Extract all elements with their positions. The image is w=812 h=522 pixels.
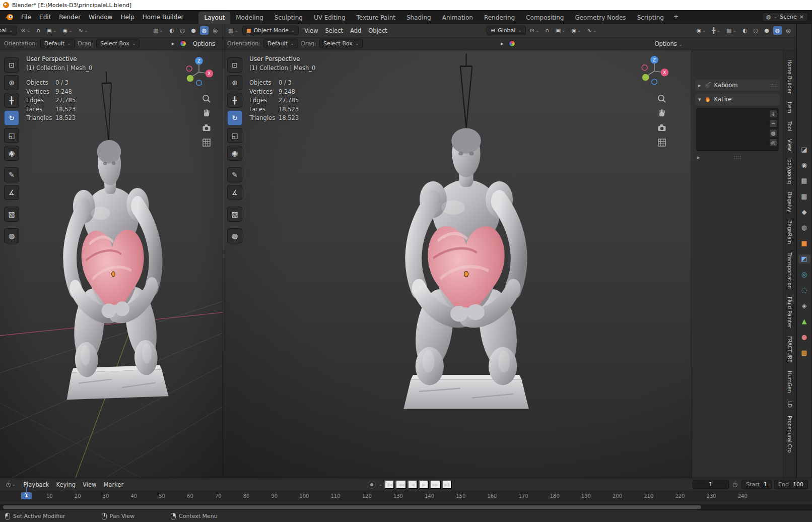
timeline-ruler[interactable]: 1 10203040506070809010011012013014015016…	[0, 491, 812, 501]
menu-item[interactable]: Edit	[35, 12, 55, 23]
toolbar-tool-button[interactable]: ⊡	[227, 57, 242, 73]
transport-button[interactable]: ◀◀	[395, 480, 407, 489]
toolbar-tool-button[interactable]: ✎	[4, 167, 19, 182]
resize-grip-icon[interactable]: ∷∷	[734, 155, 741, 160]
add-workspace-button[interactable]: +	[669, 11, 683, 23]
sidebar-tab[interactable]: Procedural Cro	[786, 413, 793, 455]
toolbar-tool-button[interactable]: ╋	[4, 93, 19, 108]
transport-button[interactable]: ▮◀	[384, 480, 394, 489]
kafire-list-box[interactable]: + − ◍ ◎	[696, 108, 779, 151]
zoom-icon[interactable]	[657, 94, 667, 104]
shading-rendered-icon[interactable]: ◎	[784, 26, 793, 35]
material-preview-sphere-icon[interactable]	[509, 40, 515, 47]
menu-item[interactable]: File	[17, 12, 35, 23]
editor-type-dropdown[interactable]: ▥⌄	[226, 26, 240, 35]
current-frame-field[interactable]: 1	[693, 480, 729, 489]
falloff-dropdown[interactable]: ∿⌄	[585, 26, 599, 35]
workspace-tab[interactable]: Shading	[401, 12, 437, 24]
auto-keying-record-button[interactable]	[368, 481, 376, 489]
toolbar-tool-button[interactable]: ╋	[227, 93, 242, 108]
pivot-point-dropdown[interactable]: ⊙⌄	[528, 26, 542, 35]
xray-toggle-icon[interactable]: ◐	[740, 26, 750, 35]
toolbar-tool-button[interactable]: ⊕	[227, 75, 242, 90]
viewport-menu-item[interactable]: Add	[347, 26, 365, 36]
workspace-tab[interactable]: Rendering	[479, 12, 520, 24]
sidebar-tab[interactable]: Tool	[786, 118, 793, 134]
shading-solid-icon[interactable]: ●	[762, 26, 771, 35]
properties-tab-icon[interactable]: ◆	[798, 208, 810, 217]
sidebar-tab[interactable]: BagaRain	[786, 217, 793, 247]
options-menu[interactable]: Options	[189, 39, 219, 49]
chevron-down-icon[interactable]: ⌄	[379, 482, 383, 487]
workspace-tab[interactable]: Geometry Nodes	[569, 12, 631, 24]
toolbar-tool-button[interactable]: ◉	[4, 146, 19, 161]
orientation-dropdown[interactable]: Default⌄	[263, 39, 298, 48]
snap-target-dropdown[interactable]: ▣⌄	[44, 26, 58, 35]
add-button[interactable]: +	[769, 110, 777, 118]
timeline-scrollbar[interactable]	[0, 504, 812, 510]
snap-toggle-icon[interactable]: ∩	[34, 26, 42, 35]
drag-dropdown[interactable]: Select Box⌄	[96, 39, 140, 48]
falloff-dropdown[interactable]: ∿⌄	[77, 26, 90, 35]
toolbar-tool-button[interactable]: ◍	[227, 228, 242, 243]
panel-kaboom-header[interactable]: ▸ Kaboom ∷∷	[695, 80, 780, 91]
use-preview-range-clock-icon[interactable]: ◷	[731, 480, 740, 489]
statue-render[interactable]	[372, 50, 561, 423]
sidebar-tab[interactable]: Fluid Painter	[786, 294, 793, 331]
right-viewport-canvas[interactable]: ⊡⊕╋↻◱◉✎∡▧◍ User Perspective (1) Collecti…	[223, 50, 796, 478]
sidebar-tab[interactable]: View	[786, 136, 793, 154]
drag-dropdown[interactable]: Select Box⌄	[319, 39, 363, 48]
proportional-edit-dropdown[interactable]: ◉⌄	[60, 26, 74, 35]
properties-tab-icon[interactable]: ▤	[798, 176, 810, 185]
drag-grip-icon[interactable]: ∷∷	[769, 83, 777, 88]
shading-material-icon[interactable]: ◍	[773, 26, 782, 35]
timeline-menu-item[interactable]: Marker	[100, 480, 127, 490]
gizmos-dropdown[interactable]: ╋⌄	[710, 26, 722, 35]
move-view-hand-icon[interactable]	[201, 108, 212, 118]
options-menu[interactable]: Options ⌄	[651, 39, 686, 49]
scrollbar-thumb[interactable]	[3, 505, 701, 509]
ring-slot-icon[interactable]: ◎	[769, 139, 777, 147]
workspace-tab[interactable]: Animation	[437, 12, 479, 24]
workspace-tab[interactable]: Compositing	[520, 12, 569, 24]
sphere-slot-icon[interactable]: ◍	[769, 129, 777, 137]
left-viewport-canvas[interactable]: ⊡⊕╋↻◱◉✎∡▧◍ User Perspective (1) Collecti…	[0, 50, 223, 478]
shading-wireframe-icon[interactable]: ○	[178, 26, 187, 35]
overlays-dropdown[interactable]: ▥⌄	[724, 26, 738, 35]
snap-toggle-icon[interactable]: ∩	[544, 26, 552, 35]
workspace-tab[interactable]: UV Editing	[308, 12, 351, 24]
sidebar-tab[interactable]: Transportation	[786, 249, 793, 292]
orthographic-grid-icon[interactable]	[201, 138, 212, 148]
toolbar-tool-button[interactable]: ◉	[227, 146, 242, 161]
properties-tab-icon[interactable]: ▲	[798, 317, 810, 326]
viewport-menu-item[interactable]: View	[301, 26, 321, 36]
expand-icon[interactable]: ▸	[697, 154, 700, 161]
toolbar-tool-button[interactable]: ⊕	[4, 75, 19, 90]
navigation-gizmo[interactable]: Z X	[639, 54, 670, 86]
zoom-icon[interactable]	[201, 94, 212, 104]
viewport-menu-item[interactable]: Select	[322, 26, 347, 36]
material-preview-sphere-icon[interactable]	[180, 40, 186, 47]
timeline-menu-item[interactable]: View	[79, 480, 100, 490]
properties-tab-icon[interactable]: ◈	[798, 301, 810, 310]
sidebar-tab[interactable]: FRACTURE	[786, 333, 793, 366]
sidebar-tab[interactable]: HumGen	[786, 368, 793, 396]
transport-button[interactable]: ▶▶	[430, 480, 441, 489]
timeline-menu-item[interactable]: Playback	[20, 480, 52, 490]
properties-tab-icon[interactable]: ▩	[798, 348, 810, 357]
shading-material-icon[interactable]: ◍	[200, 26, 209, 35]
blender-logo-icon[interactable]	[4, 13, 14, 21]
sidebar-tab[interactable]: LD	[786, 398, 793, 411]
toolbar-tool-button[interactable]: ✎	[227, 167, 242, 182]
menu-item[interactable]: Render	[55, 12, 85, 23]
sidebar-tab[interactable]: polygoniq	[786, 156, 793, 187]
workspace-tab[interactable]: Texture Paint	[351, 12, 401, 24]
timeline-menu-item[interactable]: Keying	[52, 480, 79, 490]
properties-tab-icon[interactable]: ◍	[798, 223, 810, 232]
mode-dropdown[interactable]: ■Object Mode⌄	[242, 26, 299, 35]
toolbar-tool-button[interactable]: ↻	[227, 110, 242, 125]
sidebar-tab[interactable]: Home Builder	[786, 56, 793, 97]
overlays-toggle-icon[interactable]: ▥⌄	[151, 26, 165, 35]
properties-tab-icon[interactable]: ◩	[798, 254, 810, 264]
sidebar-tab[interactable]: Item	[786, 99, 793, 116]
